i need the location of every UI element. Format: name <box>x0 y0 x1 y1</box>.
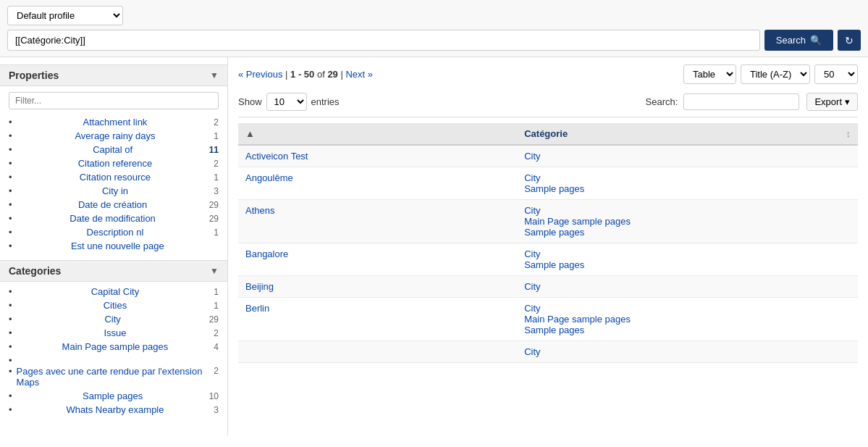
sort-arrows-icon: ↕ <box>846 128 851 139</box>
property-link[interactable]: Citation resource <box>80 172 151 183</box>
profile-select[interactable]: Default profile <box>7 6 123 25</box>
category-link[interactable]: Sample pages <box>524 259 851 270</box>
category-link[interactable]: City <box>524 248 851 259</box>
category-cell: City <box>517 145 858 167</box>
refresh-icon: ↻ <box>845 35 854 46</box>
property-link[interactable]: Description nl <box>87 227 144 238</box>
view-select[interactable]: Table List Cards <box>683 64 736 84</box>
page-link[interactable]: Athens <box>245 205 510 216</box>
properties-label: Properties <box>9 70 59 81</box>
col-page[interactable]: ▲ <box>238 123 517 145</box>
entries-label: entries <box>311 96 340 107</box>
category-link[interactable]: City <box>524 346 851 357</box>
property-link[interactable]: Citation reference <box>78 158 153 169</box>
page-link[interactable]: Berlin <box>245 303 510 314</box>
category-link[interactable]: Main Page sample pages <box>524 216 851 227</box>
category-link[interactable]: Cities <box>104 300 127 311</box>
pagination-links: « Previous | 1 - 50 of 29 | Next » <box>238 69 373 80</box>
categories-label: Categories <box>9 265 61 277</box>
table-search-input[interactable] <box>683 93 799 110</box>
export-label: Export <box>814 96 842 107</box>
count-badge: 1 <box>214 172 219 183</box>
refresh-button[interactable]: ↻ <box>838 30 861 51</box>
right-controls: Search: Export ▾ <box>646 93 858 111</box>
property-link[interactable]: Est une nouvelle page <box>71 241 164 251</box>
property-link[interactable]: City in <box>102 185 128 196</box>
page-link[interactable]: Bangalore <box>245 248 510 259</box>
count-badge: 2 <box>214 117 219 128</box>
property-link[interactable]: Date de création <box>78 199 147 210</box>
categories-list: Capital City1 Cities1 City29 Issue2 Main… <box>0 285 227 417</box>
funnel-icon: ▼ <box>210 266 219 276</box>
query-input[interactable] <box>7 30 760 51</box>
page-cell: Angoulême <box>238 167 517 200</box>
search-icon: 🔍 <box>810 35 822 46</box>
table-header-row: ▲ Catégorie ↕ <box>238 123 858 145</box>
page-link[interactable]: Angoulême <box>245 172 510 183</box>
page-cell <box>238 341 517 363</box>
page-separator: | <box>285 69 290 80</box>
category-link[interactable]: City <box>524 303 851 314</box>
page-cell: Activeicon Test <box>238 145 517 167</box>
properties-header: Properties ▼ <box>0 64 227 86</box>
list-item: •Pages avec une carte rendue par l'exten… <box>9 354 219 389</box>
count-badge: 10 <box>209 391 219 401</box>
list-item: Capital City1 <box>9 285 219 298</box>
category-link[interactable]: Issue <box>104 327 126 338</box>
of-label: of <box>317 69 327 80</box>
category-link[interactable]: Main Page sample pages <box>524 314 851 325</box>
table-controls: Show 10 25 50 100 entries Search: Export… <box>238 93 858 117</box>
search-button[interactable]: Search 🔍 <box>764 30 833 51</box>
table-row: Berlin City Main Page sample pages Sampl… <box>238 298 858 341</box>
table-row: Angoulême City Sample pages <box>238 167 858 200</box>
property-link[interactable]: Capital of <box>93 144 132 155</box>
content-area: « Previous | 1 - 50 of 29 | Next » Table… <box>228 57 868 435</box>
category-link[interactable]: City <box>524 172 851 183</box>
col-category[interactable]: Catégorie ↕ <box>517 123 858 145</box>
next-link[interactable]: Next » <box>345 69 373 80</box>
page-link[interactable]: Activeicon Test <box>245 151 510 162</box>
list-item: Main Page sample pages4 <box>9 340 219 354</box>
count-badge: 11 <box>209 145 219 155</box>
category-link[interactable]: Main Page sample pages <box>62 341 169 352</box>
category-link[interactable]: City <box>524 205 851 216</box>
main-layout: Properties ▼ Attachment link2 Average ra… <box>0 57 868 435</box>
category-link[interactable]: City <box>524 281 851 292</box>
view-controls: Table List Cards Title (A-Z) Title (Z-A)… <box>683 64 858 84</box>
export-button[interactable]: Export ▾ <box>806 93 858 111</box>
list-item: Whats Nearby example3 <box>9 403 219 417</box>
count-badge: 3 <box>214 405 219 415</box>
category-link[interactable]: City <box>524 151 851 162</box>
entries-select[interactable]: 10 25 50 100 <box>266 93 307 111</box>
count-badge: 1 <box>214 131 219 141</box>
count-badge: 3 <box>214 186 219 196</box>
list-item: Average rainy days1 <box>9 129 219 143</box>
list-item: Date de modification29 <box>9 212 219 225</box>
category-cell: City <box>517 341 858 363</box>
properties-filter[interactable] <box>9 92 219 109</box>
search-label: Search: <box>646 96 678 107</box>
category-cell: City Sample pages <box>517 243 858 276</box>
property-link[interactable]: Average rainy days <box>75 130 155 141</box>
category-link[interactable]: Sample pages <box>524 183 851 194</box>
property-link[interactable]: Date de modification <box>69 213 156 224</box>
category-link[interactable]: Whats Nearby example <box>66 404 164 415</box>
category-link[interactable]: Capital City <box>91 286 139 297</box>
category-link[interactable]: Sample pages <box>83 390 143 401</box>
search-label: Search <box>776 35 806 46</box>
category-link[interactable]: Sample pages <box>524 227 851 238</box>
category-link[interactable]: Sample pages <box>524 325 851 335</box>
property-link[interactable]: Attachment link <box>83 117 148 128</box>
page-range: 1 - 50 <box>290 69 314 80</box>
sort-select[interactable]: Title (A-Z) Title (Z-A) Date <box>741 64 810 84</box>
prev-link[interactable]: « Previous <box>238 69 282 80</box>
search-row: Search 🔍 ↻ <box>7 30 861 51</box>
properties-list: Attachment link2 Average rainy days1 Cap… <box>0 115 227 253</box>
per-page-select[interactable]: 10 25 50 100 <box>814 64 858 84</box>
category-cell: City Main Page sample pages Sample pages <box>517 298 858 341</box>
category-link[interactable]: City <box>104 314 120 325</box>
category-link[interactable]: Pages avec une carte rendue par l'extens… <box>17 366 210 388</box>
table-row: Bangalore City Sample pages <box>238 243 858 276</box>
page-link[interactable]: Beijing <box>245 281 510 292</box>
category-col-label: Catégorie <box>524 128 568 139</box>
